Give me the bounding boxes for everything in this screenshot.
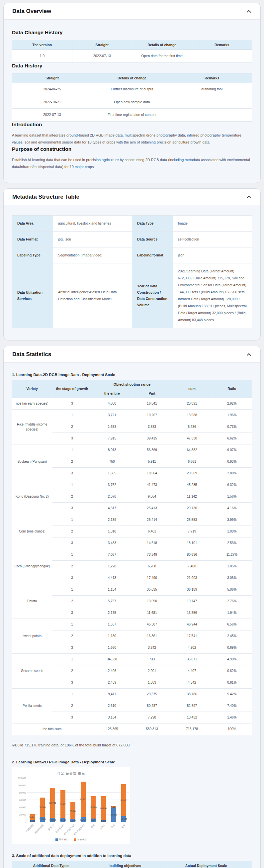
table-cell: 4,902	[172, 642, 212, 653]
table-cell: 17,541	[172, 630, 212, 642]
data-overview-header[interactable]: Data Overview	[4, 3, 260, 20]
y-axis-label: 100,000	[13, 784, 26, 786]
table-row: Data Utilization ServicesArtificial Inte…	[12, 263, 252, 328]
table-row: rice (an early species)34,05016,84120,89…	[12, 398, 252, 409]
table-cell	[172, 96, 252, 108]
deployment-scale-table: Varietythe stage of growthObject shootin…	[12, 380, 252, 735]
table-cell: 6,401	[132, 526, 172, 537]
table-cell: 0.73%	[212, 421, 252, 433]
column-header: Object shooting range	[92, 380, 172, 389]
table-cell: 3,242	[132, 642, 172, 653]
table-cell: 7,719	[172, 526, 212, 537]
data-overview-body: Data Change History The versionStraightD…	[4, 20, 260, 183]
table-cell: 1,883	[132, 677, 172, 688]
table-cell: 2	[52, 526, 92, 537]
table-cell: 2,078	[92, 491, 132, 502]
column-header: Ratio	[212, 380, 252, 398]
table-cell: 2,175	[92, 607, 132, 619]
metadata-card: Metadata Structure Table Data Areaagricu…	[3, 188, 261, 340]
column-header: Details of change	[132, 40, 192, 50]
table-cell: 3	[52, 537, 92, 549]
chart-plot-area: -20,00040,00060,00080,000100,000120,0001…	[27, 778, 129, 822]
table-cell: 0.61%	[212, 677, 252, 688]
table-row: Soybean (Pungsan)18,01356,86964,8829.07%	[12, 444, 252, 456]
x-axis-label: 콩(대풍2호)	[44, 824, 65, 845]
table-cell: 3,583	[132, 421, 172, 433]
chart-title: 작물 품종별 분포	[14, 771, 128, 776]
introduction-text: A learning dataset that integrates groun…	[12, 132, 252, 146]
bar-value-label: 97,307	[76, 798, 90, 801]
variety-cell: Perilla seeds	[12, 688, 52, 723]
chevron-up-icon[interactable]	[247, 196, 251, 200]
metadata-header[interactable]: Metadata Structure Table	[4, 189, 260, 205]
table-row: 2022-07-13First time registration of con…	[12, 108, 252, 122]
table-cell: 1	[52, 584, 92, 595]
table-cell: 3.06%	[212, 572, 252, 584]
y-axis-label: 20,000	[13, 813, 26, 816]
column-header: Additional Data Types	[12, 861, 90, 868]
table-cell: 20,569	[172, 467, 212, 479]
table-cell: 1,653	[92, 421, 132, 433]
table-cell: First time registration of content	[92, 108, 172, 122]
table-row: Potato11,15435,03536,1895.06%	[12, 584, 252, 595]
total-label-cell: the total sum	[12, 723, 92, 735]
data-statistics-header[interactable]: Data Statistics	[4, 346, 260, 363]
column-header: Straight	[12, 73, 92, 83]
table-cell: 4,407	[172, 665, 212, 677]
table-cell: 80,636	[172, 549, 212, 560]
table-cell: 10,267	[132, 409, 172, 421]
table-cell: 100%	[212, 723, 252, 735]
column-header: Part	[132, 389, 172, 398]
y-axis-label: -	[13, 821, 26, 823]
metadata-body: Data Areaagricultural, livestock and fis…	[4, 205, 260, 340]
gridline	[27, 792, 129, 793]
table-cell: 25,413	[132, 502, 172, 514]
table-cell: 16,361	[132, 630, 172, 642]
table-cell: 26,414	[132, 514, 172, 526]
table-cell: 1,318	[92, 526, 132, 537]
deployment-scale-chart-title: 2. Learning Data-2D RGB Image Data - Dep…	[12, 760, 252, 764]
change-history-table: The versionStraightDetails of changeRema…	[12, 40, 252, 63]
variety-cell: Potato	[12, 584, 52, 619]
table-cell: 1.94%	[212, 607, 252, 619]
table-cell: 2022-07-13	[72, 50, 132, 63]
chevron-up-icon[interactable]	[247, 10, 251, 14]
table-cell: 1.0	[12, 50, 72, 63]
table-cell: 4,050	[92, 398, 132, 409]
table-cell: 47,330	[172, 433, 212, 444]
table-cell	[172, 108, 252, 122]
table-cell: 2024-06-25	[12, 83, 92, 96]
table-cell: 2.53%	[212, 537, 252, 549]
variety-cell: Rice (middle-income species)	[12, 409, 52, 444]
variety-cell: rice (an early species)	[12, 398, 52, 409]
column-header: Details of change	[92, 73, 172, 83]
table-cell: 2.45%	[212, 630, 252, 642]
table-cell: 733	[132, 653, 172, 665]
table-cell: 3	[52, 467, 92, 479]
table-cell: 4,317	[92, 502, 132, 514]
variety-cell: Corn (Gwangpyeongok)	[12, 549, 52, 584]
table-cell: 6.56%	[212, 619, 252, 630]
table-row: Data Formatjpg, jsonData Sourceself-coll…	[12, 231, 252, 247]
table-cell: 7,915	[92, 433, 132, 444]
table-cell: 6.32%	[212, 479, 252, 491]
introduction-heading: Introduction	[12, 122, 252, 128]
table-cell: 2,610	[92, 700, 132, 712]
table-cell: 64,882	[172, 444, 212, 456]
chevron-up-icon[interactable]	[247, 353, 251, 358]
table-cell: 2	[52, 630, 92, 642]
table-cell: 2	[52, 421, 92, 433]
table-cell: 11,142	[172, 491, 212, 502]
y-axis-label: 120,000	[13, 777, 26, 779]
meta-label-cell: Year of Data Construction / Data Constru…	[132, 263, 173, 328]
gridline	[27, 778, 129, 778]
column-header: building objectives	[90, 861, 160, 868]
table-cell: 35,071	[172, 653, 212, 665]
table-cell: 3.99%	[212, 514, 252, 526]
column-header: Straight	[72, 40, 132, 50]
table-row: Corn (Gwangpyeongok)17,08773,54980,63611…	[12, 549, 252, 560]
x-axis-label: 옥수수(일미찰)	[54, 824, 75, 845]
table-cell: 5,757	[92, 595, 132, 607]
table-cell: 1,605	[92, 467, 132, 479]
table-cell: 2.88%	[212, 467, 252, 479]
